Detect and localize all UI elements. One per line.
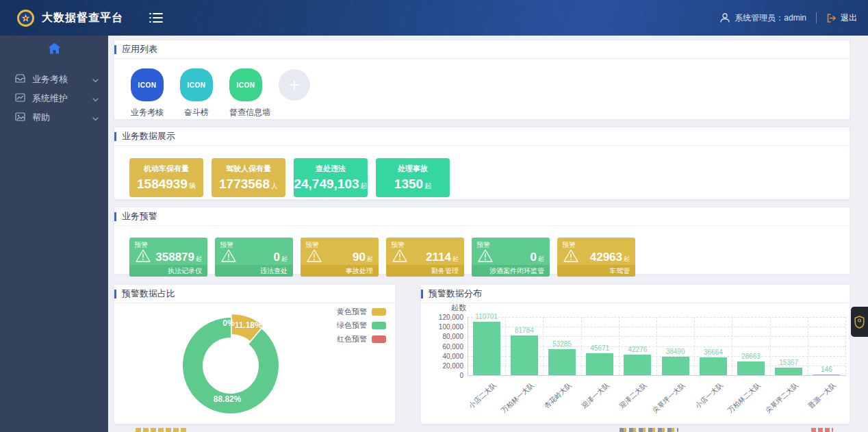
y-axis-line — [468, 317, 468, 375]
warning-unit: 起 — [367, 255, 373, 262]
warning-value: 42963起 — [590, 251, 630, 264]
bar-value-label: 38490 — [666, 348, 685, 355]
data-card-title: 机动车保有量 — [129, 158, 203, 174]
bar-value-label: 110701 — [475, 313, 498, 320]
app-icon: ICON — [131, 68, 164, 101]
x-axis-label[interactable]: 小店二大队 — [466, 381, 498, 411]
logout-button[interactable]: 退出 — [826, 12, 857, 24]
chevron-down-icon — [92, 94, 99, 104]
line-chart-icon — [15, 93, 25, 104]
bar[interactable] — [586, 353, 613, 375]
top-header: 大数据督查平台 系统管理员：admin 退出 — [0, 0, 868, 36]
data-card-title: 驾驶人保有量 — [212, 158, 285, 174]
sidebar-item-1[interactable]: 业务考核 — [0, 70, 108, 89]
x-axis-label[interactable]: 晋源一大队 — [806, 381, 839, 411]
warning-unit: 起 — [538, 255, 544, 262]
sidebar-item-3[interactable]: 帮助 — [0, 108, 108, 127]
logged-in-user: 系统管理员：admin — [735, 12, 806, 24]
x-axis-label[interactable]: 尖草坪一大队 — [650, 381, 687, 416]
app-shortcut-2[interactable]: ICON奋斗榜 — [180, 68, 213, 118]
sidebar-item-2[interactable]: 系统维护 — [0, 89, 108, 108]
warning-card-body: 358879起 — [135, 249, 202, 266]
warning-value: 358879起 — [155, 251, 202, 264]
x-axis-label[interactable]: 万柏林一大队 — [499, 381, 536, 416]
x-axis-label[interactable]: 迎泽一大队 — [580, 381, 612, 411]
bar-value-label: 42276 — [628, 346, 647, 353]
floating-side-button[interactable] — [851, 307, 868, 337]
biz-data-title-text: 业务数据展示 — [122, 130, 175, 142]
warning-value: 2114起 — [426, 251, 459, 264]
warning-card-body: 2114起 — [392, 249, 459, 266]
biz-warning-panel: 业务预警 预警358879起执法记录仪预警0起违法查处预警90起事故处理预警21… — [114, 207, 850, 275]
biz-warning-title-text: 业务预警 — [122, 210, 157, 223]
biz-warning-title: 业务预警 — [114, 207, 850, 226]
x-axis-label[interactable]: 万柏林二大队 — [726, 381, 763, 416]
bar-value-label: 81784 — [515, 327, 534, 334]
inbox-icon — [15, 74, 25, 85]
add-app-button[interactable]: + — [279, 69, 310, 101]
sidebar-toggle-button[interactable] — [149, 12, 163, 23]
bar[interactable] — [473, 322, 500, 375]
pie-percent-label: 11.18% — [235, 320, 262, 330]
sidebar-home-button[interactable] — [0, 36, 108, 60]
y-tick-label: 60,000 — [425, 342, 463, 350]
data-card: 处理事故1350起 — [376, 158, 450, 197]
logout-label: 退出 — [841, 12, 857, 24]
logout-icon — [826, 13, 837, 23]
warning-unit: 起 — [452, 255, 459, 262]
y-tick-label: 80,000 — [425, 333, 463, 340]
sidebar-item-label: 系统维护 — [32, 92, 92, 105]
bar-value-label: 28663 — [741, 353, 761, 360]
y-tick-label: 40,000 — [425, 352, 463, 359]
x-axis-label[interactable]: 尖草坪二大队 — [764, 381, 801, 416]
x-axis-label[interactable]: 杏花岭大队 — [542, 381, 574, 411]
pie-chart-title-text: 预警数据占比 — [122, 288, 175, 300]
bar[interactable] — [624, 355, 651, 375]
bar[interactable] — [662, 357, 689, 375]
bar[interactable] — [813, 374, 840, 375]
warning-card: 预警0起违法查处 — [215, 238, 293, 277]
image-icon — [15, 112, 25, 123]
bar-chart-title: 预警数据分布 — [421, 285, 850, 303]
bar[interactable] — [511, 335, 538, 375]
warning-card-body: 42963起 — [563, 249, 630, 266]
bar[interactable] — [548, 349, 576, 375]
chevron-down-icon — [92, 113, 99, 123]
bar[interactable] — [775, 368, 802, 375]
biz-data-title: 业务数据展示 — [114, 127, 850, 146]
x-axis-label[interactable]: 迎泽二大队 — [617, 381, 650, 411]
data-card-value: 1584939辆 — [129, 177, 203, 192]
bar-value-label: 146 — [821, 366, 832, 373]
y-tick-label: 100,000 — [425, 323, 463, 331]
bar-chart-panel: 预警数据分布 起数 120,000100,00080,00060,00040,0… — [420, 284, 850, 424]
v-gridline — [505, 317, 506, 375]
sidebar: 业务考核系统维护帮助 — [0, 36, 108, 432]
warning-card-body: 0起 — [477, 249, 544, 266]
warning-value: 0起 — [274, 251, 288, 264]
data-card: 查处违法24,749,103起 — [294, 158, 368, 197]
data-card-value: 1350起 — [376, 177, 450, 192]
data-card-unit: 辆 — [189, 182, 196, 190]
warning-card: 预警358879起执法记录仪 — [129, 238, 207, 277]
bar[interactable] — [737, 361, 765, 375]
warning-triangle-icon — [477, 249, 494, 266]
app-shortcut-3[interactable]: ICON督查信息墙 — [229, 68, 262, 118]
warning-category: 执法记录仪 — [129, 265, 207, 277]
app-list-title-text: 应用列表 — [122, 43, 157, 55]
warning-category: 车驾管 — [557, 265, 635, 277]
app-list-panel: 应用列表 ICON业务考核ICON奋斗榜ICON督查信息墙+ — [114, 40, 850, 120]
bar[interactable] — [700, 357, 727, 375]
warning-card-body: 0起 — [220, 249, 288, 266]
app-label: 奋斗榜 — [180, 107, 213, 118]
warning-card-body: 90起 — [306, 249, 373, 266]
sidebar-item-label: 业务考核 — [32, 73, 92, 86]
data-card-unit: 起 — [361, 182, 368, 190]
app-shortcut-1[interactable]: ICON业务考核 — [131, 68, 164, 118]
warning-card: 预警42963起车驾管 — [557, 238, 635, 277]
warning-unit: 起 — [196, 255, 202, 262]
warning-triangle-icon — [135, 249, 151, 266]
x-axis-label[interactable]: 小店一大队 — [693, 381, 726, 411]
v-gridline — [543, 317, 544, 375]
x-axis-line — [468, 375, 845, 376]
data-card-title: 处理事故 — [376, 158, 450, 174]
